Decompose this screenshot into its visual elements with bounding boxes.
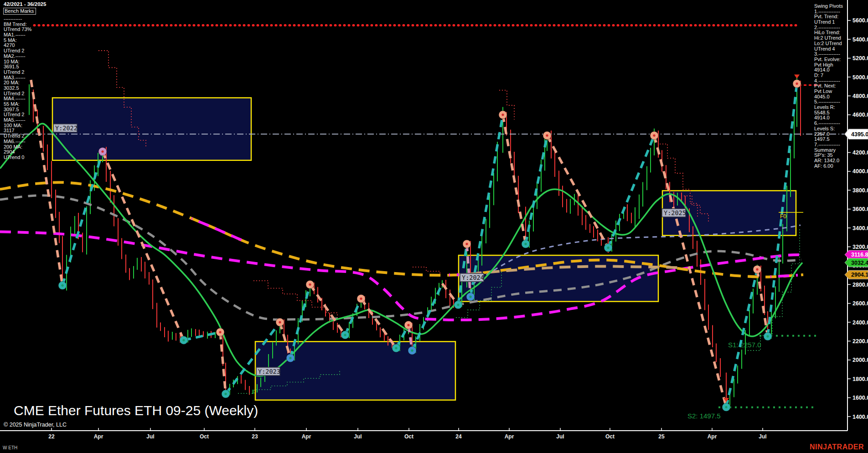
legend-line: 3032.5 — [4, 86, 31, 91]
legend-line: 55 MA: — [4, 102, 31, 107]
bench-marks-legend: -----------BM Trend:UTrend 73%MA1.------… — [4, 16, 31, 160]
current-price-marker-label: 4395.0 — [851, 131, 868, 138]
pivot-inner-dot — [501, 113, 504, 116]
pivot-alert-arrow — [794, 75, 800, 79]
swing-down-segment — [103, 152, 184, 340]
price-tick-label: 4000.0 — [852, 168, 868, 175]
time-tick-label[interactable]: Jul — [556, 433, 564, 440]
pivot-inner-dot — [360, 298, 362, 300]
pivot-inner-dot — [395, 347, 397, 349]
time-tick-label[interactable]: Oct — [200, 433, 209, 440]
swing-down-segment — [310, 284, 345, 335]
pivot-inner-dot — [289, 357, 291, 359]
price-tick-label: 3400.0 — [852, 225, 868, 232]
chart-title: CME Ether Futures ETH 09-25 (Weekly) — [14, 403, 258, 418]
time-tick-label[interactable]: Jul — [146, 433, 154, 440]
legend-line: Levels R: — [814, 105, 843, 110]
legend-line: Swing Pivots — [814, 4, 843, 9]
time-tick-label[interactable]: Apr — [708, 433, 717, 440]
price-tick-label: 5200.0 — [852, 55, 868, 62]
session-range-label: 42/2021 - 36/2025 — [4, 1, 46, 7]
green-step-trail — [748, 228, 800, 350]
pivot-inner-dot — [725, 406, 727, 408]
price-tick-label: 2600.0 — [852, 300, 868, 307]
price-tick-label: 3800.0 — [852, 187, 868, 194]
legend-line: MA2.------ — [4, 54, 31, 59]
price-tick-label: 2000.0 — [852, 357, 868, 363]
pivot-inner-dot — [766, 335, 769, 338]
price-tick-label: 4800.0 — [852, 93, 868, 99]
pivot-inner-dot — [469, 296, 471, 298]
pivot-inner-dot — [607, 247, 609, 249]
time-tick-label[interactable]: Jul — [759, 433, 766, 440]
legend-line: MA6.------ — [4, 139, 31, 144]
legend-line: D: 7 — [814, 73, 843, 78]
price-tick-label: 1600.0 — [852, 395, 868, 401]
legend-line: UTrend 1 — [814, 20, 843, 25]
pivot-inner-dot — [224, 393, 227, 395]
s1-support-label: S1: 2257.0 — [728, 341, 761, 349]
legend-line: Pvt. Evolve: — [814, 57, 843, 62]
legend-line: ----------- — [4, 16, 31, 22]
price-tick-label: 3600.0 — [852, 206, 868, 212]
ma-20-line — [0, 124, 802, 376]
year-label: Y:2023 — [258, 368, 280, 375]
time-tick-label[interactable]: Apr — [94, 433, 103, 440]
pivot-inner-dot — [279, 321, 281, 323]
time-tick-label[interactable]: 24 — [455, 433, 462, 440]
pivot-inner-dot — [61, 284, 63, 287]
time-tick-label[interactable]: 25 — [658, 433, 665, 440]
chart-window: S1: 2257.0S2: 1497.5F0Y:2022Y:2023Y:2024… — [0, 0, 868, 453]
legend-line: MA1.------ — [4, 32, 31, 38]
price-tick-label: 5600.0 — [852, 17, 868, 24]
price-tick-label: 2200.0 — [852, 338, 868, 345]
time-tick-label[interactable]: Oct — [404, 433, 413, 440]
legend-line: Lo:2 UTrend — [814, 41, 843, 46]
time-tick-label[interactable]: 23 — [252, 433, 258, 440]
time-tick-label[interactable]: Apr — [505, 433, 514, 440]
legend-line: UTrend 2 — [4, 70, 31, 75]
ninjatrader-logo: NINJATRADER — [810, 443, 864, 451]
pivot-inner-dot — [756, 268, 758, 271]
price-chart-canvas[interactable]: S1: 2257.0S2: 1497.5F0Y:2022Y:2023Y:2024… — [0, 0, 868, 453]
ma-price-marker-label: 3116.8 — [851, 252, 868, 258]
price-tick-label: 3200.0 — [852, 244, 868, 250]
copyright-label: © 2025 NinjaTrader, LLC — [4, 422, 67, 428]
pivot-inner-dot — [219, 331, 221, 333]
pivot-inner-dot — [411, 350, 413, 352]
pivot-inner-dot — [465, 243, 468, 245]
time-tick-label[interactable]: Jul — [354, 433, 362, 440]
legend-line: MA5.------ — [4, 118, 31, 123]
pivot-inner-dot — [524, 243, 527, 245]
price-tick-label: 4600.0 — [852, 112, 868, 118]
pivot-inner-dot — [344, 334, 346, 336]
time-tick-label[interactable]: Oct — [605, 433, 615, 440]
price-tick-label: 4200.0 — [852, 149, 868, 156]
year-range-box — [52, 98, 251, 160]
time-tick-label[interactable]: Apr — [302, 433, 311, 440]
legend-line: UTrend 0 — [4, 155, 31, 160]
pivot-inner-dot — [407, 324, 409, 326]
ma-price-marker-label: 2904.1 — [851, 272, 868, 278]
year-range-box — [255, 341, 455, 400]
pivot-inner-dot — [796, 82, 798, 85]
year-label: Y:2024 — [462, 274, 484, 281]
swing-up-segment — [62, 152, 103, 286]
bench-marks-label[interactable]: Bench Marks — [3, 8, 36, 15]
ma-price-marker-label: 3032.4 — [851, 260, 868, 266]
instrument-tab-label[interactable]: W ETH — [3, 445, 17, 450]
swing-down-segment — [547, 135, 608, 247]
legend-line: Levels S: — [814, 126, 843, 132]
price-tick-label: 2400.0 — [852, 319, 868, 326]
pivot-inner-dot — [457, 304, 459, 306]
swing-pivots-legend: Swing Pivots1.-------------Pvt. Trend:UT… — [814, 4, 843, 169]
price-tick-label: 1400.0 — [852, 414, 868, 420]
price-tick-label: 1800.0 — [852, 376, 868, 382]
pivot-inner-dot — [182, 339, 185, 341]
time-tick-label[interactable]: 22 — [48, 433, 55, 440]
legend-line: AR: 1342.0 — [814, 158, 843, 164]
ma-200-trend-color-segment — [191, 218, 242, 240]
price-tick-label: 5400.0 — [852, 36, 868, 43]
pivot-inner-dot — [101, 150, 103, 153]
legend-line: AF: 6.00 — [814, 164, 843, 169]
